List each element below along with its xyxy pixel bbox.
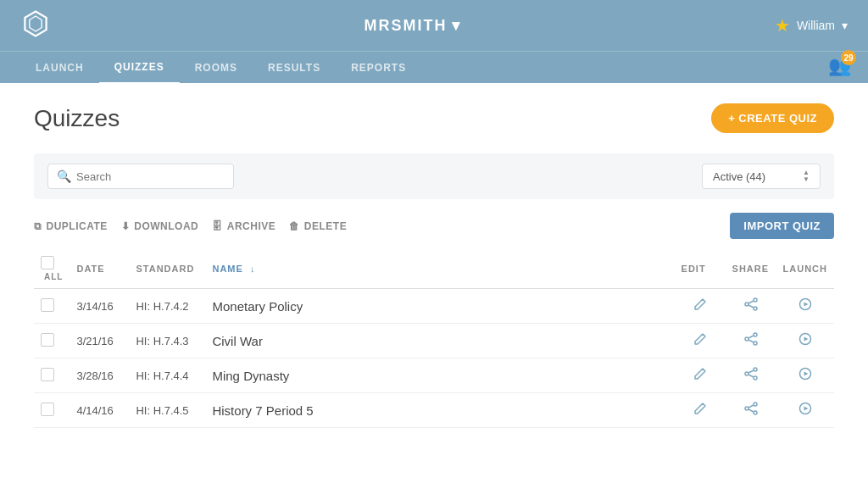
svg-line-13: [748, 340, 754, 342]
toolbar-left: ⧉ DUPLICATE ⬇ DOWNLOAD 🗄 ARCHIVE 🗑 DELET…: [34, 220, 347, 232]
app-title-chevron-icon: ▾: [452, 16, 461, 35]
date-column-header: DATE: [70, 249, 129, 289]
share-cell-1[interactable]: [726, 324, 776, 358]
row-checkbox-0[interactable]: [41, 298, 54, 312]
filter-row: 🔍 Active (44) ▲ ▼: [34, 153, 834, 199]
row-checkbox-cell: [34, 324, 70, 358]
user-name: William: [797, 19, 835, 32]
share-icon-1[interactable]: [744, 334, 758, 348]
search-icon: 🔍: [57, 169, 71, 183]
edit-cell-3[interactable]: [675, 393, 726, 428]
row-name-0: Monetary Policy: [205, 289, 674, 324]
quiz-table: ALL DATE STANDARD NAME ↓ EDIT SHARE LAUN…: [34, 249, 834, 428]
select-all-header[interactable]: ALL: [34, 249, 70, 289]
name-column-header[interactable]: NAME ↓: [205, 249, 674, 289]
share-icon-0[interactable]: [744, 299, 758, 314]
search-input[interactable]: [76, 170, 225, 183]
share-column-header: SHARE: [726, 249, 776, 289]
launch-icon-0[interactable]: [798, 299, 812, 314]
nav-item-rooms[interactable]: ROOMS: [180, 52, 253, 84]
share-icon-3[interactable]: [744, 403, 758, 418]
share-cell-0[interactable]: [726, 289, 776, 324]
edit-column-header: EDIT: [675, 249, 726, 289]
row-standard-3: HI: H.7.4.5: [129, 393, 205, 428]
launch-icon-2[interactable]: [798, 369, 812, 383]
share-cell-2[interactable]: [726, 358, 776, 393]
app-title-text: MRSMITH: [364, 17, 447, 35]
row-checkbox-3[interactable]: [41, 403, 54, 416]
row-standard-1: HI: H.7.4.3: [129, 324, 205, 358]
search-box[interactable]: 🔍: [47, 164, 234, 189]
user-menu[interactable]: ★ William ▾: [775, 15, 848, 36]
delete-label: DELETE: [304, 220, 347, 232]
svg-line-6: [748, 305, 754, 308]
share-icon-2[interactable]: [744, 369, 758, 383]
page-header: Quizzes + CREATE QUIZ: [34, 103, 834, 133]
svg-point-17: [745, 372, 748, 375]
svg-point-25: [754, 411, 757, 414]
nav-item-results[interactable]: RESULTS: [253, 52, 336, 84]
nav-item-reports[interactable]: REPORTS: [336, 52, 421, 84]
svg-point-10: [745, 337, 748, 341]
toolbar: ⧉ DUPLICATE ⬇ DOWNLOAD 🗄 ARCHIVE 🗑 DELET…: [34, 213, 834, 239]
select-all-checkbox[interactable]: [41, 256, 54, 269]
row-date-0: 3/14/16: [70, 289, 129, 324]
duplicate-icon: ⧉: [34, 220, 42, 232]
row-date-1: 3/21/16: [70, 324, 129, 358]
notification-badge[interactable]: 👥 29: [828, 55, 851, 77]
app-title[interactable]: MRSMITH ▾: [364, 16, 461, 35]
svg-point-2: [754, 298, 757, 302]
row-checkbox-1[interactable]: [41, 333, 54, 347]
table-row: 3/21/16 HI: H.7.4.3 Civil War: [34, 324, 834, 358]
svg-marker-0: [25, 12, 46, 36]
edit-icon-0[interactable]: [693, 299, 707, 314]
row-standard-0: HI: H.7.4.2: [129, 289, 205, 324]
archive-icon: 🗄: [212, 220, 223, 232]
row-checkbox-cell: [34, 393, 70, 428]
edit-icon-2[interactable]: [693, 369, 707, 383]
svg-line-26: [748, 405, 754, 408]
launch-cell-0[interactable]: [776, 289, 834, 324]
share-cell-3[interactable]: [726, 393, 776, 428]
svg-marker-29: [804, 407, 808, 411]
badge-count: 29: [841, 50, 856, 65]
page-title: Quizzes: [34, 105, 120, 132]
archive-button[interactable]: 🗄 ARCHIVE: [212, 220, 275, 232]
row-checkbox-2[interactable]: [41, 368, 54, 381]
launch-cell-3[interactable]: [776, 393, 834, 428]
logo[interactable]: [20, 8, 51, 42]
svg-point-24: [745, 407, 748, 410]
edit-cell-1[interactable]: [675, 324, 726, 358]
create-quiz-button[interactable]: + CREATE QUIZ: [711, 103, 834, 133]
active-filter-select[interactable]: Active (44) ▲ ▼: [702, 164, 821, 189]
download-button[interactable]: ⬇ DOWNLOAD: [121, 220, 199, 232]
delete-icon: 🗑: [289, 220, 300, 232]
launch-icon-3[interactable]: [798, 403, 812, 418]
launch-column-header: LAUNCH: [776, 249, 834, 289]
svg-line-20: [748, 375, 754, 377]
duplicate-button[interactable]: ⧉ DUPLICATE: [34, 220, 108, 232]
launch-cell-1[interactable]: [776, 324, 834, 358]
name-sort-label: NAME: [212, 264, 246, 274]
row-checkbox-cell: [34, 289, 70, 324]
edit-icon-1[interactable]: [693, 334, 707, 348]
launch-cell-2[interactable]: [776, 358, 834, 393]
svg-marker-22: [804, 372, 808, 376]
edit-cell-2[interactable]: [675, 358, 726, 393]
svg-point-9: [754, 333, 757, 336]
svg-line-19: [748, 370, 754, 373]
svg-marker-1: [30, 16, 42, 31]
edit-cell-0[interactable]: [675, 289, 726, 324]
launch-icon-1[interactable]: [798, 334, 812, 348]
import-quiz-button[interactable]: IMPORT QUIZ: [730, 213, 834, 239]
nav-item-launch[interactable]: LAUNCH: [20, 52, 99, 84]
svg-point-3: [745, 303, 748, 306]
table-row: 3/14/16 HI: H.7.4.2 Monetary Policy: [34, 289, 834, 324]
nav-item-quizzes[interactable]: QUIZZES: [99, 52, 180, 84]
edit-icon-3[interactable]: [693, 403, 707, 418]
user-chevron-icon: ▾: [842, 19, 848, 32]
row-checkbox-cell: [34, 358, 70, 393]
delete-button[interactable]: 🗑 DELETE: [289, 220, 347, 232]
all-label: ALL: [44, 272, 63, 281]
svg-point-18: [754, 376, 757, 380]
